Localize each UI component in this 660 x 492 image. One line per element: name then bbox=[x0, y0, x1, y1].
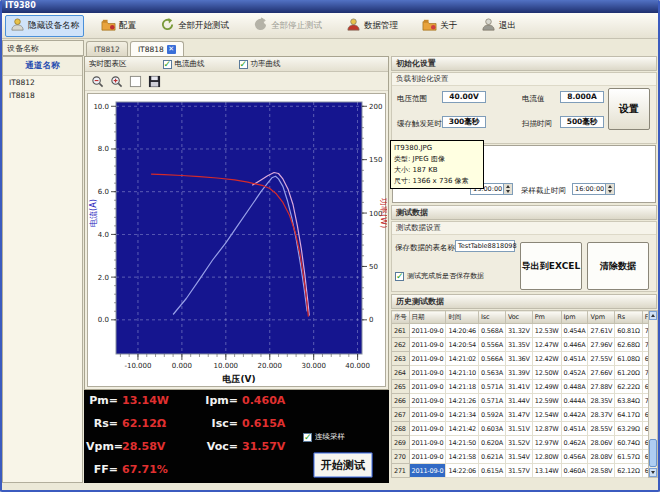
history-column-header[interactable]: Rs bbox=[615, 311, 642, 324]
table-cell[interactable]: 31.47V bbox=[505, 408, 532, 422]
continuous-sampling-checkbox[interactable]: ✓ bbox=[303, 433, 312, 442]
table-cell[interactable]: 27.96V bbox=[588, 338, 615, 352]
table-cell[interactable]: 14:21:50 bbox=[446, 436, 479, 450]
table-cell[interactable]: 0.615A bbox=[479, 464, 506, 478]
channel-item-it8812[interactable]: IT8812 bbox=[3, 76, 82, 89]
spinner-arrows[interactable] bbox=[504, 183, 513, 195]
table-cell[interactable]: 61.57Ω bbox=[615, 450, 642, 464]
table-cell[interactable]: 14:21:58 bbox=[446, 450, 479, 464]
table-cell[interactable]: 0.460A bbox=[561, 464, 588, 478]
table-cell[interactable]: 2011-09-0 bbox=[409, 436, 446, 450]
table-cell[interactable]: 0.568A bbox=[479, 324, 506, 338]
power-curve-checkbox-box[interactable]: ✓ bbox=[239, 60, 248, 69]
power-curve-checkbox[interactable]: ✓ 功率曲线 bbox=[239, 59, 281, 69]
toolbar-button-stop-all[interactable]: 全部停止测试 bbox=[248, 15, 327, 37]
toolbar-button-exit[interactable]: 退出 bbox=[476, 15, 521, 37]
table-cell[interactable]: 269 bbox=[392, 436, 410, 450]
table-cell[interactable]: 27.55V bbox=[588, 352, 615, 366]
table-cell[interactable]: 61.08Ω bbox=[615, 352, 642, 366]
table-cell[interactable]: 63.84Ω bbox=[615, 394, 642, 408]
history-column-header[interactable]: 时间 bbox=[446, 311, 479, 324]
table-cell[interactable]: 12.97W bbox=[532, 436, 561, 450]
table-cell[interactable]: 31.54V bbox=[505, 450, 532, 464]
table-cell[interactable]: 268 bbox=[392, 422, 410, 436]
table-cell[interactable]: 0.621A bbox=[479, 450, 506, 464]
table-cell[interactable]: 0.446A bbox=[561, 338, 588, 352]
table-cell[interactable]: 0.451A bbox=[561, 352, 588, 366]
channel-item-it8818[interactable]: IT8818 bbox=[3, 89, 82, 102]
table-cell[interactable]: 2011-09-0 bbox=[409, 394, 446, 408]
table-cell[interactable]: 28.37V bbox=[588, 408, 615, 422]
table-cell[interactable]: 27.88V bbox=[588, 380, 615, 394]
table-cell[interactable]: 0.462A bbox=[561, 436, 588, 450]
table-cell[interactable]: 12.59W bbox=[532, 394, 561, 408]
table-cell[interactable]: 2011-09-0 bbox=[409, 380, 446, 394]
table-cell[interactable]: 14:21:42 bbox=[446, 422, 479, 436]
table-cell[interactable]: 12.54W bbox=[532, 408, 561, 422]
table-cell[interactable]: 2011-09-0 bbox=[409, 324, 446, 338]
table-cell[interactable]: 14:20:54 bbox=[446, 338, 479, 352]
spin-down-icon[interactable] bbox=[608, 190, 612, 193]
table-cell[interactable]: 12.87W bbox=[532, 422, 561, 436]
toolbar-button-start-all[interactable]: 全部开始测试 bbox=[155, 15, 234, 37]
table-cell[interactable]: 62.68Ω bbox=[615, 338, 642, 352]
toolbar-button-about[interactable]: 关于 bbox=[417, 15, 462, 37]
table-cell[interactable]: 31.32V bbox=[505, 324, 532, 338]
table-cell[interactable]: 2011-09-0 bbox=[409, 422, 446, 436]
table-cell[interactable]: 61.20Ω bbox=[615, 366, 642, 380]
clear-data-button[interactable]: 清除数据 bbox=[587, 242, 649, 290]
start-test-button[interactable]: 开始测试 bbox=[313, 452, 373, 478]
spin-up-icon[interactable] bbox=[506, 185, 510, 188]
sampling-end-time-spinner[interactable]: 16:00:00 bbox=[572, 183, 615, 195]
table-cell[interactable]: 14:21:02 bbox=[446, 352, 479, 366]
export-excel-button[interactable]: 导出到EXCEL bbox=[520, 242, 582, 290]
table-cell[interactable]: 63.29Ω bbox=[615, 422, 642, 436]
table-cell[interactable]: 12.80W bbox=[532, 450, 561, 464]
table-cell[interactable]: 0.563A bbox=[479, 366, 506, 380]
current-value-input[interactable]: 8.000A bbox=[560, 91, 604, 103]
table-cell[interactable]: 27.61V bbox=[588, 324, 615, 338]
table-cell[interactable]: 12.50W bbox=[532, 366, 561, 380]
set-button[interactable]: 设置 bbox=[608, 88, 650, 130]
table-cell[interactable]: 14:21:26 bbox=[446, 394, 479, 408]
table-cell[interactable]: 0.556A bbox=[479, 338, 506, 352]
table-cell[interactable]: 266 bbox=[392, 394, 410, 408]
current-curve-checkbox[interactable]: ✓ 电流曲线 bbox=[163, 59, 205, 69]
table-cell[interactable]: 64.17Ω bbox=[615, 408, 642, 422]
table-cell[interactable]: 264 bbox=[392, 366, 410, 380]
table-cell[interactable]: 14:22:06 bbox=[446, 464, 479, 478]
table-cell[interactable]: 2011-09-0 bbox=[409, 450, 446, 464]
table-cell[interactable]: 2011-09-0 bbox=[409, 338, 446, 352]
table-cell[interactable]: 31.36V bbox=[505, 352, 532, 366]
table-cell[interactable]: 2011-09-0 bbox=[409, 352, 446, 366]
sampling-end-time-value[interactable]: 16:00:00 bbox=[572, 183, 606, 195]
scrollbar-thumb[interactable] bbox=[649, 439, 657, 467]
hide-device-names-button[interactable]: 隐藏设备名称 bbox=[5, 15, 84, 37]
table-cell[interactable]: 31.57V bbox=[505, 464, 532, 478]
table-cell[interactable]: 60.81Ω bbox=[615, 324, 642, 338]
save-chart-icon[interactable] bbox=[148, 75, 161, 88]
spin-down-icon[interactable] bbox=[506, 190, 510, 193]
history-column-header[interactable]: Voc bbox=[505, 311, 532, 324]
scan-time-input[interactable]: 500毫秒 bbox=[560, 116, 604, 128]
table-cell[interactable]: 62.22Ω bbox=[615, 380, 642, 394]
table-cell[interactable]: 261 bbox=[392, 324, 410, 338]
spin-up-icon[interactable] bbox=[608, 185, 612, 188]
table-cell[interactable]: 0.454A bbox=[561, 324, 588, 338]
scroll-down-button[interactable] bbox=[649, 468, 657, 477]
table-cell[interactable]: 0.566A bbox=[479, 352, 506, 366]
table-cell[interactable]: 0.571A bbox=[479, 380, 506, 394]
history-column-header[interactable]: Isc bbox=[479, 311, 506, 324]
table-cell[interactable]: 28.55V bbox=[588, 422, 615, 436]
history-table-scrollbar[interactable] bbox=[648, 310, 658, 478]
table-cell[interactable]: 12.49W bbox=[532, 380, 561, 394]
table-cell[interactable]: 31.39V bbox=[505, 366, 532, 380]
table-cell[interactable]: 0.442A bbox=[561, 408, 588, 422]
voltage-range-input[interactable]: 40.00V bbox=[442, 91, 486, 103]
table-cell[interactable]: 14:21:34 bbox=[446, 408, 479, 422]
table-cell[interactable]: 62.12Ω bbox=[615, 464, 642, 478]
table-cell[interactable]: 12.42W bbox=[532, 352, 561, 366]
table-cell[interactable]: 0.448A bbox=[561, 380, 588, 394]
toolbar-button-data-manage[interactable]: 数据管理 bbox=[341, 15, 403, 37]
table-cell[interactable]: 0.451A bbox=[561, 422, 588, 436]
